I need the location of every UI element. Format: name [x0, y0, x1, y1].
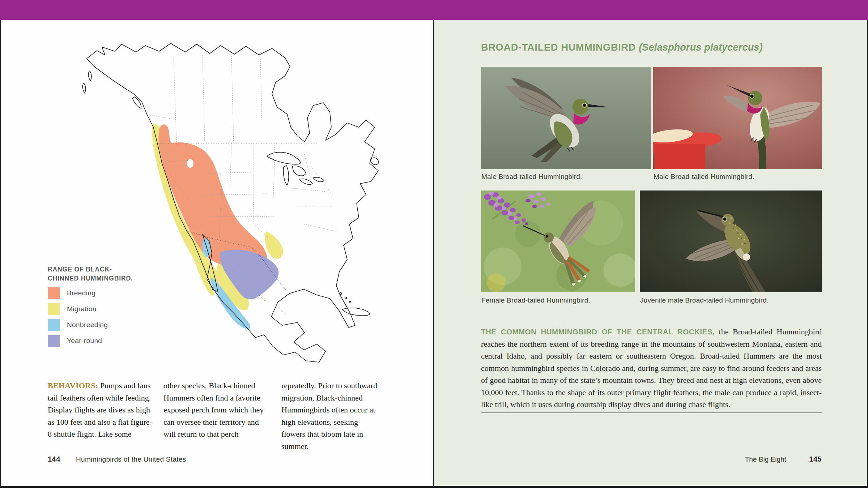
breeding-range-area: [158, 124, 267, 273]
photo-juvenile-male-broad-tailed: [640, 191, 822, 292]
species-scientific-name: (Selasphorus platycercus): [639, 42, 763, 53]
right-page-footer: The Big Eight 145: [481, 455, 822, 463]
legend-label-nonbreeding: Nonbreeding: [60, 321, 108, 329]
female-hummingbird-illustration: [481, 191, 635, 292]
spread-left-edge: [0, 20, 1, 488]
nonbreeding-color-swatch: [48, 319, 60, 331]
cuba: [342, 308, 370, 316]
photo-female-broad-tailed: [481, 191, 635, 292]
legend-label-year-round: Year-round: [60, 337, 102, 345]
legend-label-breeding: Breeding: [60, 289, 95, 297]
description-text: the Broad-tailed Hummingbird reaches the…: [481, 327, 822, 409]
coastal-islands: [82, 71, 91, 93]
right-page-number: 145: [809, 455, 822, 463]
legend-item-breeding: Breeding: [48, 287, 149, 299]
behaviors-text-2: other species, Black-chinned Hummers oft…: [163, 381, 264, 438]
photo-caption-4: Juvenile male Broad-tailed Hummingbird.: [640, 296, 769, 304]
migration-color-swatch: [48, 303, 60, 315]
newfoundland: [370, 158, 378, 164]
photo-male-broad-tailed-flying: [481, 67, 651, 169]
page-gutter-divider: [433, 20, 434, 486]
top-magenta-bar: [0, 0, 868, 20]
juvenile-hummingbird-illustration: [640, 191, 822, 292]
section-divider-rule: [481, 412, 822, 413]
map-legend: RANGE OF BLACK-CHINNED HUMMINGBIRD. Bree…: [48, 265, 149, 347]
behaviors-label: BEHAVIORS:: [48, 381, 98, 390]
species-description: THE COMMON HUMMINGBIRD OF THE CENTRAL RO…: [481, 326, 822, 411]
photo-male-broad-tailed-feeder: [653, 67, 822, 169]
book-title: Hummingbirds of the United States: [76, 455, 186, 463]
book-spread: RANGE OF BLACK-CHINNED HUMMINGBIRD. Bree…: [0, 0, 868, 488]
legend-item-year-round: Year-round: [48, 335, 149, 347]
male-hummingbird-feeder-illustration: [653, 67, 822, 169]
photo-caption-2: Male Broad-tailed Hummingbird.: [654, 173, 754, 181]
left-page-number: 144: [48, 455, 60, 463]
species-heading: BROAD-TAILED HUMMINGBIRD(Selasphorus pla…: [481, 42, 825, 53]
section-title: The Big Eight: [745, 455, 786, 463]
legend-item-nonbreeding: Nonbreeding: [48, 319, 149, 331]
great-lakes: [267, 152, 324, 185]
left-page-footer: 144 Hummingbirds of the United States: [48, 455, 60, 463]
vancouver-island: [132, 97, 141, 108]
behaviors-text-3: repeatedly. Prior to southward migration…: [281, 381, 377, 451]
spread-bottom-edge: [0, 486, 868, 488]
legend-item-migration: Migration: [48, 303, 149, 315]
legend-label-migration: Migration: [60, 305, 97, 313]
male-hummingbird-illustration: [481, 67, 651, 169]
photo-caption-1: Male Broad-tailed Hummingbird.: [481, 173, 582, 181]
behaviors-column-1: BEHAVIORS: Pumps and fans tail feathers …: [48, 380, 153, 440]
lead-in-text: THE COMMON HUMMINGBIRD OF THE CENTRAL RO…: [481, 328, 715, 336]
species-common-name: BROAD-TAILED HUMMINGBIRD: [481, 42, 636, 53]
year-round-color-swatch: [48, 335, 60, 347]
behaviors-column-2: other species, Black-chinned Hummers oft…: [163, 380, 265, 440]
map-legend-title: RANGE OF BLACK-CHINNED HUMMINGBIRD.: [48, 265, 138, 283]
breeding-color-swatch: [48, 287, 60, 299]
photo-caption-3: Female Broad-tailed Hummingbird.: [481, 296, 590, 304]
great-salt-lake: [187, 159, 193, 168]
behaviors-column-3: repeatedly. Prior to southward migration…: [281, 380, 383, 452]
